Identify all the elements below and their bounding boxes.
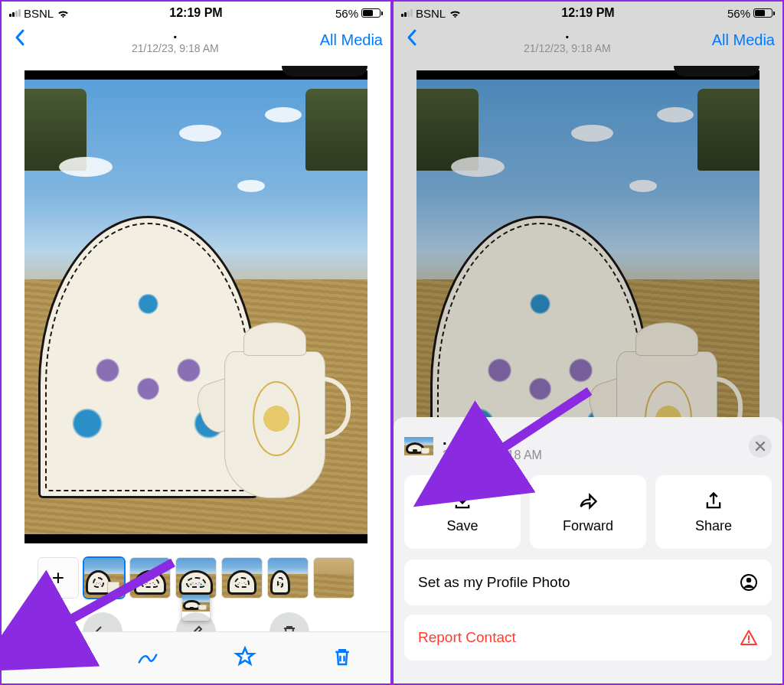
battery-icon <box>361 8 383 18</box>
status-left: BSNL <box>9 7 70 20</box>
nav-bar: . 21/12/23, 9:18 AM All Media <box>2 23 390 60</box>
action-sheet: . 21/12/23, 9:18 AM Save Forward Share S… <box>394 417 782 683</box>
close-button[interactable] <box>749 435 772 458</box>
report-label: Report Contact <box>418 629 516 646</box>
svg-point-4 <box>748 641 750 643</box>
download-icon <box>452 491 473 512</box>
back-button[interactable] <box>9 28 31 52</box>
sheet-header: . 21/12/23, 9:18 AM <box>404 428 772 465</box>
profile-icon <box>740 573 758 592</box>
thumbnail[interactable] <box>129 557 171 599</box>
share-label: Share <box>695 518 732 534</box>
set-profile-label: Set as my Profile Photo <box>418 574 570 591</box>
battery-pct: 56% <box>335 7 358 20</box>
nav-bar: . 21/12/23, 9:18 AM All Media <box>394 23 782 60</box>
battery-icon <box>753 8 775 18</box>
sheet-thumbnail <box>404 428 433 465</box>
share-button[interactable] <box>39 645 62 671</box>
carrier-label: BSNL <box>24 7 54 20</box>
save-action[interactable]: Save <box>404 475 521 549</box>
forward-icon <box>577 491 599 512</box>
signal-icon <box>401 9 413 17</box>
drag-preview <box>182 586 210 621</box>
carrier-label: BSNL <box>416 7 446 20</box>
markup-button[interactable] <box>136 645 159 671</box>
favorite-button[interactable] <box>234 645 256 671</box>
sheet-timestamp: 21/12/23, 9:18 AM <box>443 449 542 462</box>
bottom-toolbar <box>2 631 390 683</box>
set-profile-photo[interactable]: Set as my Profile Photo <box>404 559 772 605</box>
wifi-icon <box>57 8 70 18</box>
wifi-icon <box>449 8 462 18</box>
signal-icon <box>9 9 21 17</box>
media-timestamp: 21/12/23, 9:18 AM <box>423 42 712 54</box>
add-media-button[interactable]: + <box>38 557 79 599</box>
notch-overlay <box>282 66 368 77</box>
all-media-button[interactable]: All Media <box>320 31 383 49</box>
photo <box>24 70 368 543</box>
nav-title: . 21/12/23, 9:18 AM <box>31 24 320 54</box>
status-bar: BSNL 12:19 PM 56% <box>394 2 782 23</box>
battery-pct: 56% <box>727 7 750 20</box>
media-timestamp: 21/12/23, 9:18 AM <box>31 42 320 54</box>
thumbnail[interactable] <box>221 557 263 599</box>
primary-actions: Save Forward Share <box>404 475 772 549</box>
thumbnail[interactable] <box>313 557 354 599</box>
status-bar: BSNL 12:19 PM 56% <box>2 2 390 23</box>
status-right: 56% <box>727 7 775 20</box>
all-media-button[interactable]: All Media <box>712 31 775 49</box>
svg-point-2 <box>746 578 751 582</box>
warning-icon <box>740 628 758 647</box>
notch-overlay <box>674 66 760 77</box>
nav-title: . 21/12/23, 9:18 AM <box>423 24 712 54</box>
photo-viewport[interactable]: + <box>2 70 390 652</box>
thumbnail[interactable] <box>83 557 125 599</box>
sheet-title: . <box>443 431 542 449</box>
chat-title: . <box>423 24 712 42</box>
forward-action[interactable]: Forward <box>530 475 646 549</box>
chat-title: . <box>31 24 320 42</box>
share-icon <box>703 491 724 512</box>
thumbnail[interactable] <box>267 557 309 599</box>
status-left: BSNL <box>401 7 462 20</box>
share-action[interactable]: Share <box>655 475 772 549</box>
back-button[interactable] <box>401 28 423 52</box>
save-label: Save <box>446 518 478 534</box>
screenshot-right: BSNL 12:19 PM 56% . 21/12/23, 9:18 AM Al… <box>392 0 784 685</box>
report-contact[interactable]: Report Contact <box>404 615 772 661</box>
screenshot-left: BSNL 12:19 PM 56% . 21/12/23, 9:18 AM Al… <box>0 0 392 685</box>
forward-label: Forward <box>563 518 613 534</box>
sheet-meta: . 21/12/23, 9:18 AM <box>443 431 542 462</box>
trash-button[interactable] <box>331 645 354 671</box>
status-right: 56% <box>335 7 383 20</box>
